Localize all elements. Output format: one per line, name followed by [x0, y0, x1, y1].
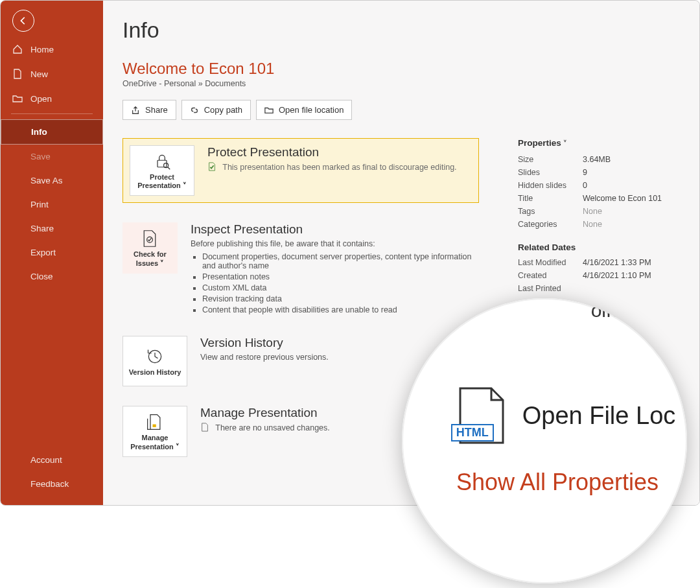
properties-heading[interactable]: Properties	[518, 138, 680, 148]
share-icon	[131, 106, 140, 115]
nav-print-label: Print	[30, 200, 49, 209]
prop-last-printed: Last Printed	[518, 282, 680, 295]
copy-path-label: Copy path	[204, 105, 242, 115]
nav-new-label: New	[30, 69, 48, 79]
manage-desc: There are no unsaved changes.	[200, 423, 330, 432]
inspect-item: Presentation notes	[202, 272, 479, 281]
nav-open[interactable]: Open	[1, 86, 103, 111]
document-icon	[12, 69, 23, 79]
arrow-left-icon	[19, 16, 28, 25]
inspect-icon	[141, 229, 159, 248]
nav-home[interactable]: Home	[1, 37, 103, 62]
prop-created: Created4/16/2021 1:10 PM	[518, 269, 680, 282]
nav-account-label: Account	[30, 455, 62, 465]
nav-info-label: Info	[31, 127, 47, 137]
history-icon	[146, 347, 164, 366]
page-title: Info	[122, 18, 680, 43]
prop-tags[interactable]: TagsNone	[518, 205, 680, 218]
nav-print[interactable]: Print	[1, 193, 103, 217]
link-icon	[190, 106, 199, 115]
prop-last-modified: Last Modified4/16/2021 1:33 PM	[518, 256, 680, 269]
document-small-icon	[200, 423, 209, 432]
document-path: OneDrive - Personal » Documents	[122, 79, 680, 88]
nav-info[interactable]: Info	[1, 119, 103, 145]
nav-close-label: Close	[30, 272, 53, 281]
nav-saveas[interactable]: Save As	[1, 169, 103, 193]
back-button[interactable]	[12, 10, 34, 32]
share-button[interactable]: Share	[122, 100, 176, 120]
home-icon	[12, 44, 23, 54]
magnifier-callout: olfe HTML Open File Loc Show All Propert…	[402, 298, 687, 583]
nav-saveas-label: Save As	[30, 176, 63, 185]
inspect-section: Check for Issues ˅ Inspect Presentation …	[122, 222, 479, 316]
manage-title: Manage Presentation	[200, 406, 330, 420]
manage-tile-label: Manage Presentation ˅	[127, 434, 183, 451]
inspect-item: Content that people with disabilities ar…	[202, 305, 479, 314]
open-location-label: Open file location	[279, 105, 344, 115]
html-file-icon: HTML	[452, 386, 508, 445]
protect-desc-text: This presentation has been marked as fin…	[222, 163, 456, 172]
version-desc: View and restore previous versions.	[200, 353, 329, 362]
document-title: Welcome to Econ 101	[122, 60, 680, 78]
nav-new[interactable]: New	[1, 62, 103, 86]
inspect-issues-list: Document properties, document server pro…	[202, 252, 479, 314]
inspect-tile-label: Check for Issues ˅	[127, 250, 173, 267]
nav-home-label: Home	[30, 45, 54, 54]
nav-save-label: Save	[30, 152, 51, 161]
copy-path-button[interactable]: Copy path	[181, 100, 251, 120]
nav-share-label: Share	[30, 224, 54, 233]
folder-icon	[264, 106, 274, 115]
html-badge: HTML	[451, 424, 494, 441]
inspect-title: Inspect Presentation	[191, 222, 479, 237]
prop-slides: Slides9	[518, 166, 680, 179]
prop-categories[interactable]: CategoriesNone	[518, 218, 680, 231]
nav-save: Save	[1, 145, 103, 169]
check-for-issues-tile[interactable]: Check for Issues ˅	[122, 222, 178, 273]
manage-presentation-tile[interactable]: Manage Presentation ˅	[122, 406, 187, 456]
nav-share[interactable]: Share	[1, 217, 103, 241]
protect-title: Protect Presentation	[207, 145, 457, 159]
protect-presentation-tile[interactable]: Protect Presentation ˅	[130, 145, 194, 196]
related-dates-heading: Related Dates	[518, 242, 680, 252]
nav-export-label: Export	[30, 248, 56, 257]
action-row: Share Copy path Open file location	[122, 100, 680, 120]
prop-title: TitleWelcome to Econ 101	[518, 192, 680, 205]
show-all-properties-link[interactable]: Show All Properties	[456, 469, 659, 496]
nav-export[interactable]: Export	[1, 241, 103, 265]
lock-search-icon	[153, 152, 171, 171]
protect-desc: This presentation has been marked as fin…	[207, 162, 457, 172]
protect-tile-label: Protect Presentation ˅	[134, 173, 190, 190]
folder-open-icon	[12, 93, 23, 104]
open-file-location-magnified: Open File Loc	[522, 402, 676, 430]
nav-close[interactable]: Close	[1, 265, 103, 288]
nav-feedback-label: Feedback	[30, 479, 69, 489]
marked-final-icon	[207, 162, 216, 171]
manage-desc-text: There are no unsaved changes.	[215, 423, 330, 432]
inspect-item: Document properties, document server pro…	[202, 252, 479, 270]
nav-feedback[interactable]: Feedback	[1, 472, 103, 496]
inspect-desc: Before publishing this file, be aware th…	[191, 239, 479, 248]
svg-rect-8	[153, 425, 156, 427]
inspect-item: Custom XML data	[202, 283, 479, 292]
inspect-item: Revision tracking data	[202, 294, 479, 303]
nav-open-label: Open	[30, 94, 52, 104]
prop-hidden-slides: Hidden slides0	[518, 179, 680, 192]
manage-icon	[146, 413, 164, 431]
share-label: Share	[145, 105, 168, 115]
nav-divider	[11, 113, 93, 114]
protect-section: Protect Presentation ˅ Protect Presentat…	[122, 138, 479, 203]
prop-size: Size3.64MB	[518, 153, 680, 166]
nav-account[interactable]: Account	[1, 448, 103, 472]
version-tile-label: Version History	[129, 368, 181, 377]
backstage-sidebar: Home New Open Info Save Save As Print Sh…	[1, 1, 103, 505]
version-title: Version History	[200, 336, 329, 350]
open-file-location-button[interactable]: Open file location	[256, 100, 352, 120]
version-history-tile[interactable]: Version History	[122, 336, 187, 386]
